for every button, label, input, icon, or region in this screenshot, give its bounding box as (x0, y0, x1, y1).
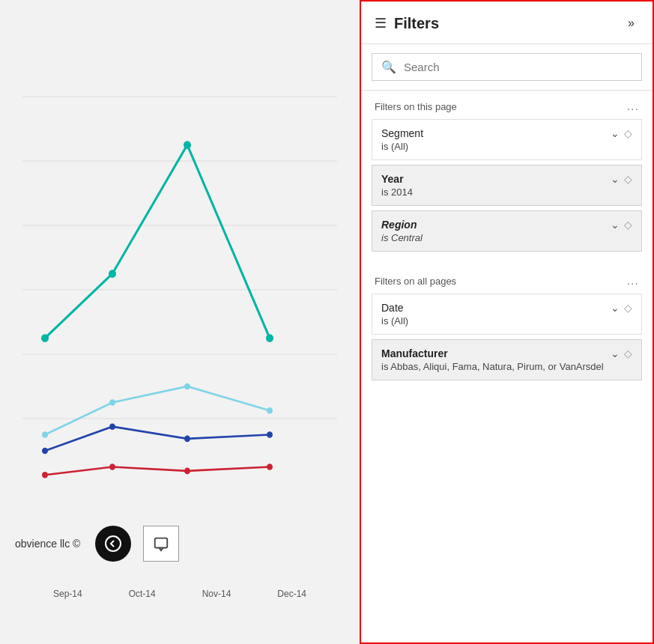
svg-point-17 (267, 431, 273, 438)
eraser-icon-manufacturer[interactable]: ◇ (624, 347, 632, 359)
all-filters-menu[interactable]: ... (627, 274, 639, 288)
search-container: 🔍 (361, 44, 653, 91)
x-label-nov: Nov-14 (202, 589, 231, 599)
filter-icon: ☰ (375, 15, 387, 31)
filter-card-manufacturer[interactable]: Manufacturer is Abbas, Aliqui, Fama, Nat… (372, 339, 642, 380)
filter-card-right-year: ⌄ ◇ (611, 173, 632, 185)
chevron-icon-region[interactable]: ⌄ (611, 219, 620, 231)
eraser-icon-region[interactable]: ◇ (624, 219, 632, 231)
eraser-icon-date[interactable]: ◇ (624, 302, 632, 314)
branding-bar: obvience llc © (0, 518, 360, 569)
filters-header: ☰ Filters » (361, 1, 653, 44)
svg-point-19 (109, 464, 115, 470)
filter-card-left-manufacturer: Manufacturer is Abbas, Aliqui, Fama, Nat… (381, 347, 605, 372)
section-header-all: Filters on all pages ... (361, 265, 653, 294)
x-axis: Sep-14 Oct-14 Nov-14 Dec-14 (0, 589, 360, 599)
comment-icon-button[interactable] (143, 526, 179, 562)
filters-title: Filters (394, 15, 439, 32)
x-label-oct: Oct-14 (129, 589, 156, 599)
chevron-icon-segment[interactable]: ⌄ (611, 127, 620, 139)
svg-point-7 (109, 270, 116, 278)
back-icon-button[interactable] (95, 526, 131, 562)
filter-card-right-manufacturer: ⌄ ◇ (611, 347, 632, 359)
eraser-icon-year[interactable]: ◇ (624, 173, 632, 185)
filter-name-manufacturer: Manufacturer (381, 347, 605, 359)
svg-point-16 (184, 436, 190, 443)
section-label-page: Filters on this page (375, 101, 457, 112)
svg-point-15 (109, 423, 115, 430)
svg-point-22 (106, 536, 121, 551)
svg-point-13 (267, 407, 273, 414)
filter-card-segment[interactable]: Segment is (All) ⌄ ◇ (372, 119, 642, 160)
brand-name: obvience llc © (15, 538, 80, 550)
svg-point-8 (184, 141, 191, 149)
x-label-sep: Sep-14 (53, 589, 82, 599)
section-header-page: Filters on this page ... (361, 91, 653, 119)
section-label-all: Filters on all pages (375, 276, 456, 287)
left-panel: obvience llc © Sep-14 Oct-14 Nov-14 Dec-… (0, 0, 360, 644)
svg-point-11 (109, 399, 115, 406)
filter-card-right-segment: ⌄ ◇ (611, 127, 632, 139)
filter-value-manufacturer: is Abbas, Aliqui, Fama, Natura, Pirum, o… (381, 361, 605, 372)
filter-card-left-date: Date is (All) (381, 302, 605, 326)
chevron-icon-date[interactable]: ⌄ (611, 302, 620, 314)
filter-card-year[interactable]: Year is 2014 ⌄ ◇ (372, 165, 642, 206)
filter-value-segment: is (All) (381, 141, 605, 152)
svg-point-6 (41, 334, 49, 342)
chevron-icon-manufacturer[interactable]: ⌄ (611, 347, 620, 359)
svg-point-10 (42, 431, 48, 438)
filters-title-group: ☰ Filters (375, 15, 439, 32)
svg-point-9 (266, 334, 273, 342)
filter-name-year: Year (381, 173, 605, 185)
filter-name-date: Date (381, 302, 605, 314)
svg-point-20 (184, 468, 190, 475)
filter-card-left-region: Region is Central (381, 219, 605, 243)
filters-panel: ☰ Filters » 🔍 Filters on this page ... S… (360, 0, 654, 644)
filter-name-region: Region (381, 219, 605, 231)
page-filters-menu[interactable]: ... (627, 100, 639, 113)
svg-rect-23 (155, 538, 168, 548)
filter-card-right-date: ⌄ ◇ (611, 302, 632, 314)
chevron-icon-year[interactable]: ⌄ (611, 173, 620, 185)
search-icon: 🔍 (381, 60, 396, 74)
filter-value-date: is (All) (381, 315, 605, 326)
spacer-1 (361, 256, 653, 265)
collapse-button[interactable]: » (623, 13, 639, 33)
search-box: 🔍 (372, 53, 642, 81)
filter-card-left-segment: Segment is (All) (381, 127, 605, 152)
filter-card-right-region: ⌄ ◇ (611, 219, 632, 231)
svg-point-21 (267, 464, 273, 470)
filter-card-date[interactable]: Date is (All) ⌄ ◇ (372, 294, 642, 335)
filter-card-left-year: Year is 2014 (381, 173, 605, 198)
filter-card-region[interactable]: Region is Central ⌄ ◇ (372, 210, 642, 252)
svg-point-14 (42, 448, 48, 455)
x-label-dec: Dec-14 (277, 589, 306, 599)
svg-point-18 (42, 472, 48, 479)
filter-value-year: is 2014 (381, 186, 605, 198)
eraser-icon-segment[interactable]: ◇ (624, 127, 632, 139)
svg-point-12 (184, 383, 190, 390)
filter-value-region: is Central (381, 232, 605, 243)
filter-name-segment: Segment (381, 127, 605, 139)
search-input[interactable] (404, 61, 632, 73)
